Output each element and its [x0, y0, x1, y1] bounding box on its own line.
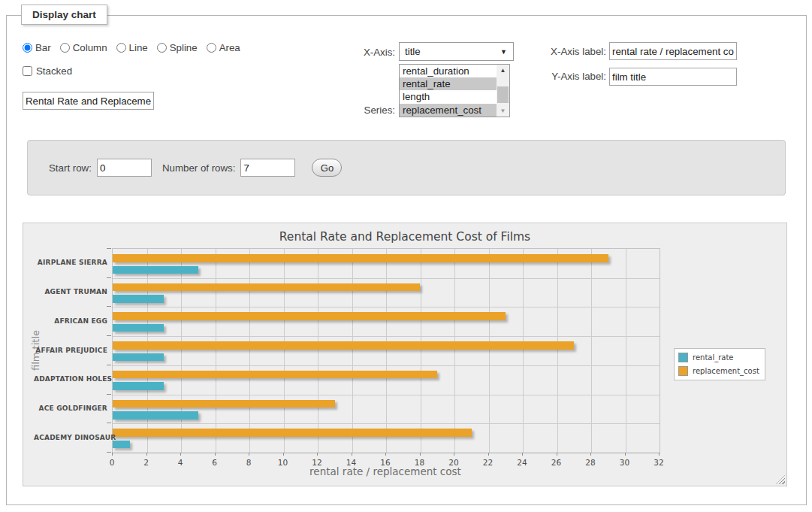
gridline: [113, 336, 660, 337]
x-tick-mark: [352, 453, 352, 456]
bar-replacement_cost: [113, 400, 335, 408]
gridline: [352, 249, 353, 453]
chart-legend: rental_ratereplacement_cost: [674, 348, 765, 380]
x-axis-label-label: X-Axis label:: [535, 46, 606, 57]
chart-type-radio-line[interactable]: [116, 43, 126, 53]
y-tick-mark: [107, 423, 111, 423]
x-tick-mark: [317, 453, 318, 456]
stacked-checkbox[interactable]: [23, 66, 32, 76]
bar-rental_rate: [113, 382, 164, 390]
series-option-replacement_cost[interactable]: replacement_cost: [400, 104, 500, 117]
series-scrollbar[interactable]: ▲ ▼: [497, 65, 509, 117]
series-listbox[interactable]: rental_durationrental_ratelengthreplacem…: [399, 64, 510, 117]
legend-swatch-rental_rate: [678, 353, 688, 362]
series-options: rental_durationrental_ratelengthreplacem…: [400, 65, 509, 117]
number-of-rows-input[interactable]: [240, 159, 295, 177]
chart-type-label: Spline: [170, 42, 198, 53]
chart-type-option-column[interactable]: Column: [60, 42, 107, 53]
chart-type-radio-area[interactable]: [207, 43, 216, 53]
scrollbar-up-icon[interactable]: ▲: [497, 65, 509, 76]
bar-rental_rate: [113, 353, 164, 362]
x-tick-mark: [659, 453, 660, 456]
gridline: [318, 249, 318, 453]
x-tick-mark: [180, 453, 181, 456]
chart-type-radio-column[interactable]: [60, 43, 70, 53]
legend-item-replacement_cost: replacement_cost: [678, 366, 759, 376]
series-option-rental_rate[interactable]: rental_rate: [400, 77, 500, 90]
category-label: AFFAIR PREJUDICE: [34, 347, 107, 354]
stacked-row: Stacked: [23, 65, 72, 77]
legend-item-rental_rate: rental_rate: [678, 353, 759, 362]
bar-replacement_cost: [113, 429, 472, 437]
bar-rental_rate: [113, 324, 164, 332]
gridline: [113, 365, 660, 366]
gridline: [113, 423, 660, 424]
x-axis-select-label: X-Axis:: [331, 47, 395, 58]
bar-rental_rate: [113, 295, 164, 303]
go-button[interactable]: Go: [312, 159, 342, 177]
category-label: ACE GOLDFINGER: [34, 404, 107, 412]
y-tick-mark: [107, 365, 111, 365]
chart-type-option-bar[interactable]: Bar: [23, 42, 51, 53]
bar-replacement_cost: [113, 371, 437, 379]
gridline: [284, 249, 285, 453]
fieldset-legend: Display chart: [21, 5, 107, 25]
chart-container: Rental Rate and Replacement Cost of Film…: [23, 223, 787, 486]
series-option-length[interactable]: length: [400, 90, 500, 103]
legend-swatch-replacement_cost: [678, 366, 688, 376]
chart-type-option-spline[interactable]: Spline: [157, 42, 198, 53]
x-tick-mark: [215, 453, 216, 456]
gridline: [421, 249, 421, 453]
chart-type-radio-spline[interactable]: [157, 43, 167, 53]
resize-handle-icon[interactable]: [776, 475, 785, 484]
x-tick-mark: [590, 453, 591, 456]
scrollbar-thumb[interactable]: [497, 86, 509, 103]
gridline: [489, 249, 490, 453]
y-tick-mark: [107, 394, 111, 395]
category-label: ADAPTATION HOLES: [34, 375, 107, 383]
bar-rental_rate: [113, 441, 130, 449]
x-axis-select[interactable]: title ▼: [399, 42, 514, 61]
y-tick-mark: [107, 335, 111, 336]
x-axis-label-input[interactable]: [609, 42, 737, 60]
chart-x-axis-title: rental rate / replacement cost: [112, 465, 659, 477]
x-tick-mark: [146, 453, 147, 456]
chart-type-option-area[interactable]: Area: [207, 42, 240, 53]
y-axis-label-label: Y-Axis label:: [535, 71, 606, 82]
category-label: AGENT TRUMAN: [34, 288, 107, 295]
chart-title-input[interactable]: [23, 92, 154, 110]
bar-rental_rate: [113, 411, 198, 420]
bar-replacement_cost: [113, 341, 574, 350]
y-axis-label-input[interactable]: [609, 68, 737, 86]
start-row-input[interactable]: [97, 159, 152, 177]
x-tick-mark: [625, 453, 626, 456]
y-tick-mark: [107, 306, 111, 307]
scrollbar-down-icon[interactable]: ▼: [497, 105, 509, 117]
gridline: [147, 249, 148, 453]
page: Display chart BarColumnLineSplineArea St…: [0, 0, 812, 512]
chart-type-radio-group: BarColumnLineSplineArea: [23, 42, 245, 53]
category-label: AIRPLANE SIERRA: [34, 259, 107, 266]
series-label: Series:: [331, 105, 395, 116]
series-option-rental_duration[interactable]: rental_duration: [400, 65, 500, 77]
x-tick-mark: [488, 453, 489, 456]
chart-type-label: Line: [129, 42, 148, 53]
x-tick-mark: [557, 453, 557, 456]
x-tick-mark: [385, 453, 386, 456]
legend-label: replacement_cost: [693, 367, 759, 375]
chart-type-radio-bar[interactable]: [23, 43, 32, 53]
y-tick-mark: [107, 248, 111, 249]
start-row-label: Start row:: [49, 162, 92, 174]
x-tick-mark: [249, 453, 249, 456]
chart-type-label: Column: [73, 42, 107, 53]
x-tick-mark: [283, 453, 284, 456]
gridline: [181, 249, 182, 453]
gridline: [216, 249, 216, 453]
number-of-rows-label: Number of rows:: [162, 162, 236, 174]
chart-title: Rental Rate and Replacement Cost of Film…: [23, 230, 786, 244]
y-tick-mark: [107, 277, 111, 278]
chevron-down-icon: ▼: [500, 48, 507, 56]
chart-type-option-line[interactable]: Line: [116, 42, 148, 53]
x-tick-mark: [420, 453, 421, 456]
row-controls-box: Start row: Number of rows: Go: [27, 140, 786, 195]
